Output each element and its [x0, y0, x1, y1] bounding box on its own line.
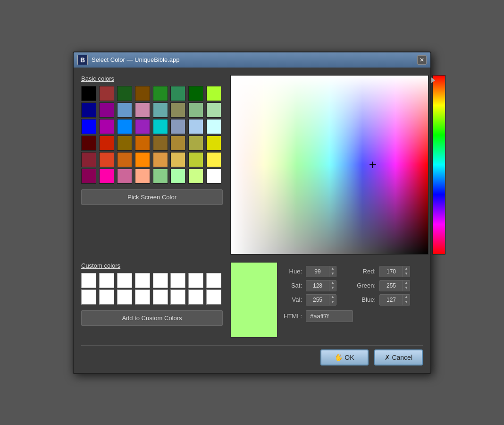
basic-color-swatch[interactable]	[206, 152, 221, 167]
basic-color-swatch[interactable]	[153, 102, 168, 118]
basic-color-swatch[interactable]	[153, 136, 168, 151]
blue-input-group[interactable]: ▲ ▼	[379, 294, 410, 306]
custom-color-swatch[interactable]	[170, 273, 185, 288]
basic-color-swatch[interactable]	[135, 102, 150, 118]
hue-input[interactable]	[306, 267, 329, 276]
red-input[interactable]	[380, 267, 403, 276]
basic-color-swatch[interactable]	[170, 119, 185, 134]
val-input[interactable]	[306, 295, 329, 305]
red-spinner[interactable]: ▲ ▼	[403, 266, 410, 277]
hue-up[interactable]: ▲	[329, 266, 336, 272]
sat-down[interactable]: ▼	[329, 286, 336, 291]
basic-color-swatch[interactable]	[206, 169, 221, 184]
green-input[interactable]	[380, 281, 403, 290]
green-input-group[interactable]: ▲ ▼	[379, 280, 410, 291]
custom-color-swatch[interactable]	[81, 289, 96, 305]
basic-color-swatch[interactable]	[117, 169, 132, 184]
red-up[interactable]: ▲	[403, 266, 410, 272]
custom-color-swatch[interactable]	[117, 289, 132, 305]
custom-color-swatch[interactable]	[206, 273, 221, 288]
pick-screen-color-button[interactable]: Pick Screen Color	[81, 189, 223, 205]
val-spinner[interactable]: ▲ ▼	[329, 295, 336, 305]
green-up[interactable]: ▲	[403, 280, 410, 286]
basic-color-swatch[interactable]	[99, 86, 114, 101]
add-to-custom-colors-button[interactable]: Add to Custom Colors	[81, 310, 223, 326]
custom-color-swatch[interactable]	[153, 289, 168, 305]
cancel-button[interactable]: ✗ Cancel	[374, 349, 423, 366]
green-spinner[interactable]: ▲ ▼	[403, 280, 410, 291]
custom-color-swatch[interactable]	[153, 273, 168, 288]
custom-color-swatch[interactable]	[81, 273, 96, 288]
basic-color-swatch[interactable]	[99, 169, 114, 184]
basic-color-swatch[interactable]	[81, 86, 96, 101]
basic-color-swatch[interactable]	[135, 169, 150, 184]
blue-up[interactable]: ▲	[403, 295, 410, 300]
basic-color-swatch[interactable]	[153, 86, 168, 101]
basic-color-swatch[interactable]	[135, 136, 150, 151]
basic-color-swatch[interactable]	[135, 119, 150, 134]
basic-color-swatch[interactable]	[117, 86, 132, 101]
val-up[interactable]: ▲	[329, 295, 336, 300]
html-input[interactable]	[306, 310, 353, 322]
basic-color-swatch[interactable]	[81, 152, 96, 167]
basic-color-swatch[interactable]	[99, 119, 114, 134]
green-down[interactable]: ▼	[403, 286, 410, 291]
blue-input[interactable]	[380, 295, 403, 305]
basic-color-swatch[interactable]	[99, 102, 114, 118]
basic-color-swatch[interactable]	[188, 86, 203, 101]
hue-spinner[interactable]: ▲ ▼	[329, 266, 336, 277]
basic-color-swatch[interactable]	[81, 136, 96, 151]
hue-input-group[interactable]: ▲ ▼	[306, 266, 336, 277]
custom-color-swatch[interactable]	[99, 289, 114, 305]
basic-color-swatch[interactable]	[117, 119, 132, 134]
basic-color-swatch[interactable]	[99, 152, 114, 167]
custom-color-swatch[interactable]	[135, 289, 150, 305]
basic-color-swatch[interactable]	[170, 152, 185, 167]
hue-down[interactable]: ▼	[329, 272, 336, 277]
basic-color-swatch[interactable]	[170, 86, 185, 101]
basic-color-swatch[interactable]	[170, 169, 185, 184]
sat-up[interactable]: ▲	[329, 280, 336, 286]
basic-color-swatch[interactable]	[153, 152, 168, 167]
custom-color-swatch[interactable]	[117, 273, 132, 288]
basic-color-swatch[interactable]	[188, 152, 203, 167]
blue-down[interactable]: ▼	[403, 300, 410, 305]
custom-color-swatch[interactable]	[188, 273, 203, 288]
basic-color-swatch[interactable]	[206, 102, 221, 118]
custom-color-swatch[interactable]	[206, 289, 221, 305]
basic-color-swatch[interactable]	[170, 102, 185, 118]
basic-color-swatch[interactable]	[206, 119, 221, 134]
sat-input[interactable]	[306, 281, 329, 290]
basic-color-swatch[interactable]	[206, 136, 221, 151]
basic-color-swatch[interactable]	[135, 86, 150, 101]
val-input-group[interactable]: ▲ ▼	[306, 294, 336, 306]
blue-spinner[interactable]: ▲ ▼	[403, 295, 410, 305]
custom-color-swatch[interactable]	[99, 273, 114, 288]
val-down[interactable]: ▼	[329, 300, 336, 305]
close-button[interactable]: ✕	[417, 55, 427, 65]
basic-color-swatch[interactable]	[117, 102, 132, 118]
basic-color-swatch[interactable]	[188, 169, 203, 184]
hue-slider[interactable]	[432, 75, 445, 255]
spectrum-canvas[interactable]: +	[230, 75, 428, 255]
sat-input-group[interactable]: ▲ ▼	[306, 280, 336, 291]
basic-color-swatch[interactable]	[206, 86, 221, 101]
custom-color-swatch[interactable]	[188, 289, 203, 305]
red-down[interactable]: ▼	[403, 272, 410, 277]
basic-color-swatch[interactable]	[188, 119, 203, 134]
basic-color-swatch[interactable]	[153, 169, 168, 184]
basic-color-swatch[interactable]	[81, 119, 96, 134]
basic-color-swatch[interactable]	[188, 136, 203, 151]
basic-color-swatch[interactable]	[135, 152, 150, 167]
basic-color-swatch[interactable]	[170, 136, 185, 151]
sat-spinner[interactable]: ▲ ▼	[329, 280, 336, 291]
red-input-group[interactable]: ▲ ▼	[379, 266, 410, 277]
basic-color-swatch[interactable]	[188, 102, 203, 118]
basic-color-swatch[interactable]	[117, 136, 132, 151]
basic-color-swatch[interactable]	[81, 102, 96, 118]
basic-color-swatch[interactable]	[99, 136, 114, 151]
custom-color-swatch[interactable]	[170, 289, 185, 305]
ok-button[interactable]: 🖐 OK	[320, 349, 368, 366]
basic-color-swatch[interactable]	[153, 119, 168, 134]
custom-color-swatch[interactable]	[135, 273, 150, 288]
